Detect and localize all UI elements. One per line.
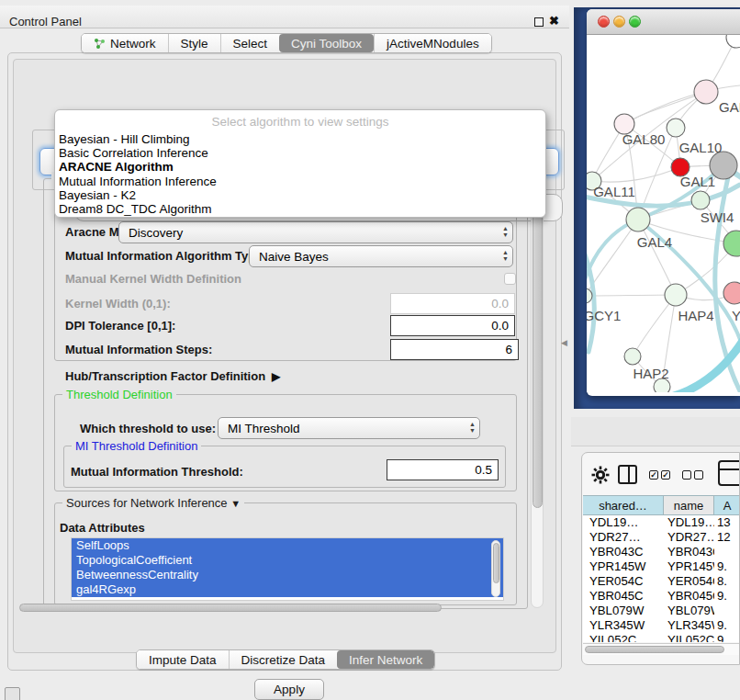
table-cell: 12 — [714, 530, 740, 545]
which-threshold-combobox[interactable]: MI Threshold ▲▼ — [218, 417, 480, 439]
table-row[interactable]: YBL079WYBL079W — [583, 604, 740, 618]
tab-style[interactable]: Style — [168, 34, 220, 52]
deselect-all-icon[interactable] — [682, 470, 691, 480]
apply-button[interactable]: Apply — [254, 679, 324, 700]
network-node-swi4[interactable] — [691, 191, 710, 209]
tab-infer-network[interactable]: Infer Network — [337, 650, 434, 669]
mi-steps-field[interactable] — [390, 339, 519, 360]
attr-list-scrollbar[interactable] — [491, 540, 500, 597]
tab-network[interactable]: Network — [82, 34, 168, 52]
tab-impute-data[interactable]: Impute Data — [137, 650, 229, 669]
table-row[interactable]: YIL052CYIL052C9 — [583, 633, 740, 642]
table-panel: ✓ ✓ shared…nameA YDL19…YDL19…13YDR27…YDR… — [581, 452, 740, 665]
network-node[interactable] — [723, 231, 740, 256]
network-node-hap4[interactable] — [665, 284, 687, 306]
dpi-tolerance-field[interactable] — [390, 315, 515, 336]
minimize-window-icon[interactable] — [613, 16, 625, 28]
table-body: YDL19…YDL19…13YDR27…YDR27…12YBR043CYBR04… — [583, 515, 740, 642]
table-row[interactable]: YBR045CYBR045C9. — [583, 589, 740, 604]
table-row[interactable]: YDR27…YDR27…12 — [583, 530, 740, 545]
column-header-shared…[interactable]: shared… — [583, 495, 664, 515]
chevron-right-icon: ▶ — [269, 370, 281, 383]
network-node-hap2[interactable] — [624, 348, 641, 365]
zoom-window-icon[interactable] — [629, 16, 641, 28]
select-all-icon[interactable]: ✓ — [661, 470, 670, 480]
table-header: shared…nameA — [583, 495, 740, 515]
network-node-y[interactable] — [723, 282, 740, 304]
deselect-all-icon[interactable] — [694, 470, 703, 480]
table-row[interactable]: YER054CYER054C8. — [583, 574, 740, 589]
attribute-item[interactable]: SelfLoops — [72, 538, 503, 553]
mini-panel-icon[interactable] — [5, 687, 20, 700]
table-cell: YER054C — [664, 574, 714, 589]
table-row[interactable]: YDL19…YDL19…13 — [583, 515, 740, 530]
table-panel-titlebar: Table Panel — [571, 417, 740, 446]
settings-horizontal-scrollbar[interactable] — [17, 602, 554, 614]
hub-definition-toggle[interactable]: Hub/Transcription Factor Definition ▶ — [65, 369, 280, 383]
table-cell: YIL052C — [664, 633, 714, 642]
split-view-icon[interactable] — [618, 465, 637, 484]
table-row[interactable]: YBR043CYBR043C — [583, 545, 740, 559]
attribute-item[interactable]: BetweennessCentrality — [72, 568, 503, 582]
network-node-gal[interactable] — [694, 80, 718, 104]
algorithm-option[interactable]: Mutual Information Inference — [55, 175, 545, 188]
settings-gear-icon[interactable] — [590, 465, 611, 485]
node-label-gal1: GAL1 — [680, 174, 715, 189]
close-panel-icon[interactable]: ✖ — [549, 14, 559, 28]
mi-type-combobox[interactable]: Naive Bayes ▲▼ — [249, 245, 513, 267]
tab-label: Cyni Toolbox — [291, 37, 362, 51]
table-horizontal-scrollbar[interactable] — [583, 643, 740, 655]
mi-threshold-label: Mutual Information Threshold: — [71, 465, 243, 479]
network-canvas[interactable]: GALGAL80GAL10GAL1GAL11SWI4GAL4GCY1HAP4YH… — [587, 35, 740, 392]
network-node-gal4[interactable] — [626, 208, 650, 231]
column-header-A[interactable]: A — [714, 495, 740, 515]
table-icon[interactable] — [718, 460, 740, 486]
network-node[interactable] — [726, 35, 740, 48]
tab-cyni-toolbox[interactable]: Cyni Toolbox — [279, 34, 374, 52]
table-row[interactable]: YPR145WYPR145W9. — [583, 559, 740, 574]
algorithm-option[interactable]: ARACNE Algorithm — [55, 160, 545, 174]
algorithm-dropdown-popup: Select algorithm to view settings Bayesi… — [54, 109, 546, 218]
settings-vertical-scrollbar[interactable] — [531, 180, 544, 608]
control-panel: Control Panel ✖ NetworkStyleSelectCyni T… — [0, 0, 569, 700]
column-header-name[interactable]: name — [664, 495, 714, 515]
kernel-width-field[interactable] — [390, 293, 515, 314]
table-cell: YDR27… — [583, 530, 664, 545]
aracne-mode-value: Discovery — [129, 226, 183, 240]
algorithm-option[interactable]: Bayesian - K2 — [55, 188, 545, 202]
tab-select[interactable]: Select — [220, 34, 280, 52]
algorithm-option[interactable]: Basic Correlation Inference — [55, 146, 545, 160]
aracne-mode-combobox[interactable]: Discovery ▲▼ — [118, 221, 513, 243]
attribute-item[interactable]: gal4RGexp — [72, 582, 503, 597]
algorithm-placeholder: Select algorithm to view settings — [55, 114, 545, 132]
select-all-icon[interactable]: ✓ — [649, 470, 658, 480]
network-window-titlebar[interactable] — [587, 9, 740, 35]
algorithm-option[interactable]: Bayesian - Hill Climbing — [55, 132, 545, 146]
attribute-item[interactable]: TopologicalCoefficient — [72, 553, 503, 568]
tab-jactivemnodules[interactable]: jActiveMNodules — [374, 34, 491, 52]
table-cell: YDL19… — [583, 515, 664, 530]
algorithm-option[interactable]: Dream8 DC_TDC Algorithm — [55, 202, 545, 216]
table-row[interactable]: YLR345WYLR345W9. — [583, 618, 740, 633]
network-node[interactable] — [667, 119, 685, 137]
float-panel-icon[interactable] — [534, 17, 544, 27]
sources-legend[interactable]: Sources for Network Inference ▼ — [62, 496, 244, 510]
tab-label: Infer Network — [349, 653, 422, 667]
node-label-gal: GAL — [719, 99, 740, 115]
node-label-hap2: HAP2 — [633, 366, 668, 381]
node-label-gal10: GAL10 — [679, 140, 723, 155]
table-cell: 13 — [714, 515, 740, 530]
data-attributes-label: Data Attributes — [60, 521, 145, 535]
node-label-hap4: HAP4 — [678, 308, 713, 323]
tab-label: Network — [110, 37, 156, 51]
close-window-icon[interactable] — [598, 16, 610, 28]
cyni-inner-panel: Select algorithm to view settings Bayesi… — [13, 59, 556, 653]
tab-label: Discretize Data — [241, 653, 326, 667]
table-cell: YLR345W — [583, 618, 664, 633]
tab-label: Select — [233, 37, 268, 51]
sash-collapse-icon[interactable]: ◀ — [561, 338, 567, 347]
mi-threshold-field[interactable] — [387, 459, 499, 480]
which-threshold-value: MI Threshold — [228, 422, 300, 435]
manual-kernel-checkbox[interactable] — [504, 273, 516, 285]
tab-discretize-data[interactable]: Discretize Data — [229, 650, 338, 669]
